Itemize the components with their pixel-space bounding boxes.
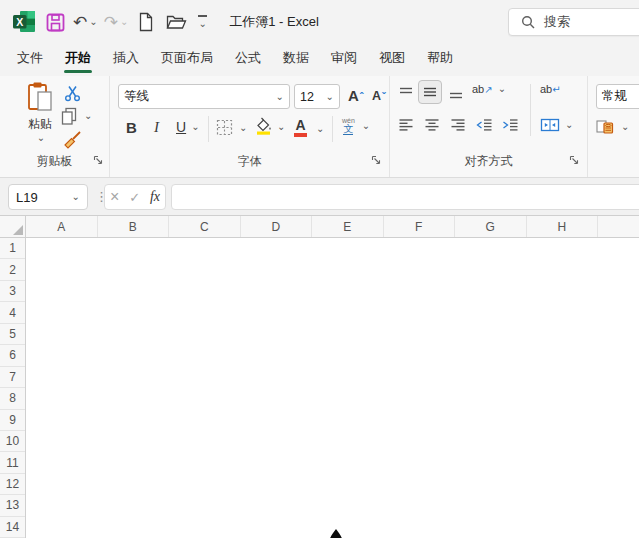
column-header-e[interactable]: E xyxy=(312,216,384,237)
paste-button[interactable]: 粘贴 ⌄ xyxy=(17,81,63,143)
customize-quick-access-button[interactable]: ⌄ xyxy=(198,15,207,29)
column-header-g[interactable]: G xyxy=(455,216,527,237)
align-middle-button[interactable] xyxy=(418,80,442,104)
tab-data[interactable]: 数据 xyxy=(272,43,320,76)
column-header-f[interactable]: F xyxy=(384,216,456,237)
phonetic-chevron-icon[interactable]: ⌄ xyxy=(362,121,370,131)
orientation-button[interactable]: ab ↗ ⌄ xyxy=(472,83,506,95)
enter-button[interactable]: ✓ xyxy=(129,190,140,205)
fill-color-chevron-icon[interactable]: ⌄ xyxy=(277,122,285,132)
ribbon-tab-row: 文件 开始 插入 页面布局 公式 数据 审阅 视图 帮助 xyxy=(0,44,639,76)
column-header-d[interactable]: D xyxy=(241,216,313,237)
decrease-indent-button[interactable] xyxy=(476,118,493,132)
merge-center-button[interactable]: ⌄ xyxy=(540,118,573,132)
redo-button[interactable]: ↷ ⌄ xyxy=(104,8,129,36)
font-color-swatch xyxy=(294,133,307,137)
borders-chevron-icon[interactable]: ⌄ xyxy=(239,123,247,133)
cancel-button[interactable]: × xyxy=(110,188,119,206)
row-header-12[interactable]: 12 xyxy=(0,474,25,495)
new-file-button[interactable] xyxy=(134,8,158,36)
phonetic-icon: wén 文 xyxy=(342,117,355,135)
save-button[interactable] xyxy=(43,8,67,36)
font-dialog-launcher[interactable] xyxy=(371,151,381,169)
tab-review[interactable]: 审阅 xyxy=(320,43,368,76)
align-bottom-button[interactable] xyxy=(448,86,464,100)
row-header-4[interactable]: 4 xyxy=(0,302,25,323)
fill-color-button[interactable]: ⌄ xyxy=(254,117,285,136)
undo-chevron-icon[interactable]: ⌄ xyxy=(89,17,97,27)
birthday-cake-icon[interactable] xyxy=(281,527,391,538)
row-header-14[interactable]: 14 xyxy=(0,517,25,538)
name-box[interactable]: L19 ⌄ xyxy=(8,184,88,210)
select-all-corner[interactable] xyxy=(0,216,26,237)
column-header-c[interactable]: C xyxy=(169,216,241,237)
column-header-h[interactable]: H xyxy=(527,216,599,237)
accounting-chevron-icon[interactable]: ⌄ xyxy=(621,122,629,132)
tab-home[interactable]: 开始 xyxy=(54,43,102,76)
cut-button[interactable] xyxy=(64,85,81,102)
wrap-text-button[interactable]: ab ↵ xyxy=(540,83,561,95)
row-header-5[interactable]: 5 xyxy=(0,324,25,345)
align-center-button[interactable] xyxy=(424,118,440,132)
borders-button[interactable]: ⌄ xyxy=(216,119,247,136)
underline-chevron-icon[interactable]: ⌄ xyxy=(191,122,199,132)
cells-area[interactable] xyxy=(26,238,639,538)
search-icon xyxy=(521,15,535,29)
new-file-icon xyxy=(138,12,154,32)
row-header-7[interactable]: 7 xyxy=(0,367,25,388)
copy-chevron-icon[interactable]: ⌄ xyxy=(84,111,92,121)
row-header-8[interactable]: 8 xyxy=(0,388,25,409)
tab-insert[interactable]: 插入 xyxy=(102,43,150,76)
open-file-button[interactable] xyxy=(164,8,188,36)
decrease-font-size-button[interactable]: A ˇ xyxy=(372,89,386,103)
undo-button[interactable]: ↶ ⌄ xyxy=(73,8,98,36)
tab-help[interactable]: 帮助 xyxy=(416,43,464,76)
font-divider xyxy=(208,116,209,142)
column-header-b[interactable]: B xyxy=(98,216,170,237)
number-format-select[interactable]: 常规 xyxy=(596,84,639,109)
sheet-body: 1 2 3 4 5 6 7 8 9 10 11 12 13 14 xyxy=(0,238,639,538)
copy-button[interactable]: ⌄ xyxy=(60,107,92,125)
column-header-a[interactable]: A xyxy=(26,216,98,237)
tab-file[interactable]: 文件 xyxy=(6,43,54,76)
clipboard-dialog-launcher[interactable] xyxy=(93,151,103,169)
excel-logo-icon[interactable]: X xyxy=(12,8,37,36)
tab-view[interactable]: 视图 xyxy=(368,43,416,76)
insert-function-button[interactable]: fx xyxy=(150,189,160,205)
alignment-dialog-launcher[interactable] xyxy=(569,151,579,169)
font-color-chevron-icon[interactable]: ⌄ xyxy=(316,124,324,134)
search-box[interactable]: 搜索 xyxy=(508,8,639,36)
increase-font-size-button[interactable]: A ˆ xyxy=(348,87,364,104)
phonetic-guide-button[interactable]: wén 文 ⌄ xyxy=(342,117,370,135)
alignment-group: ab ↗ ⌄ ab ↵ xyxy=(390,76,588,177)
row-header-1[interactable]: 1 xyxy=(0,238,25,259)
row-header-9[interactable]: 9 xyxy=(0,410,25,431)
row-header-6[interactable]: 6 xyxy=(0,345,25,366)
increase-indent-button[interactable] xyxy=(502,118,519,132)
svg-text:X: X xyxy=(16,16,23,28)
align-left-button[interactable] xyxy=(398,118,414,132)
row-header-13[interactable]: 13 xyxy=(0,495,25,516)
row-header-2[interactable]: 2 xyxy=(0,259,25,280)
italic-button[interactable]: I xyxy=(154,119,159,136)
merge-chevron-icon[interactable]: ⌄ xyxy=(565,120,573,130)
tab-formulas[interactable]: 公式 xyxy=(224,43,272,76)
tab-page-layout[interactable]: 页面布局 xyxy=(150,43,224,76)
row-header-11[interactable]: 11 xyxy=(0,452,25,473)
align-right-button[interactable] xyxy=(450,118,466,132)
bold-button[interactable]: B xyxy=(126,119,137,136)
column-header-partial[interactable] xyxy=(598,216,639,237)
orientation-chevron-icon[interactable]: ⌄ xyxy=(498,84,506,94)
cut-scissors-icon xyxy=(64,85,81,102)
underline-button[interactable]: U ⌄ xyxy=(176,119,200,135)
format-painter-button[interactable] xyxy=(63,131,82,150)
accounting-format-button[interactable]: ⌄ xyxy=(596,118,629,135)
formula-input[interactable] xyxy=(171,184,639,210)
font-color-button[interactable]: A xyxy=(294,118,307,137)
font-size-select[interactable]: 12 ⌄ xyxy=(294,84,340,109)
align-top-button[interactable] xyxy=(398,86,414,100)
font-name-select[interactable]: 等线 ⌄ xyxy=(118,84,290,109)
row-header-3[interactable]: 3 xyxy=(0,281,25,302)
row-header-10[interactable]: 10 xyxy=(0,431,25,452)
paste-chevron-icon[interactable]: ⌄ xyxy=(37,133,45,143)
